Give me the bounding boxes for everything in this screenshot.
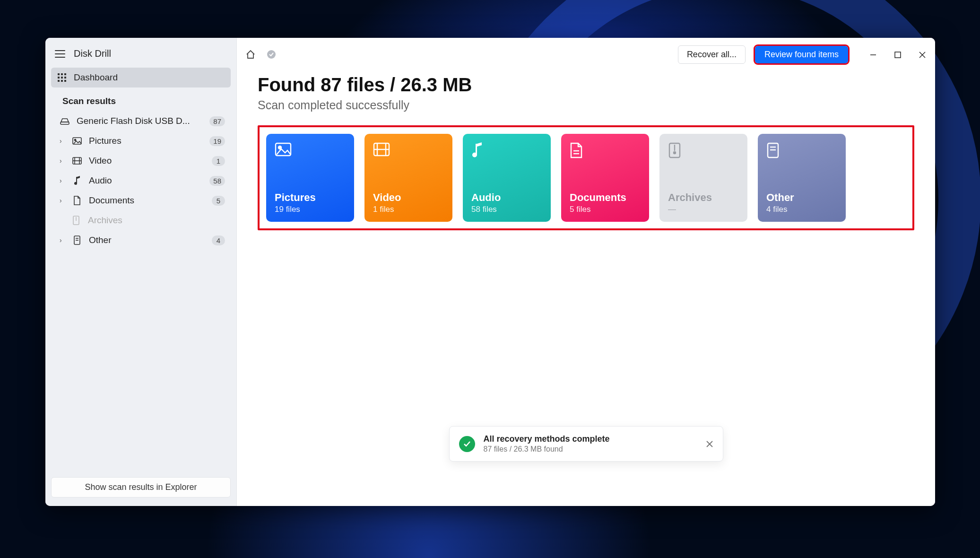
card-documents[interactable]: Documents 5 files [561, 134, 649, 222]
sidebar-item-video[interactable]: › Video 1 [51, 151, 231, 171]
toast-title: All recovery methods complete [484, 434, 610, 444]
chevron-right-icon: › [60, 157, 65, 165]
sidebar-header: Disk Drill [45, 38, 236, 68]
chevron-right-icon: › [60, 177, 65, 184]
card-subtitle: 1 files [373, 205, 444, 214]
archive-icon [668, 142, 685, 159]
document-icon [72, 196, 82, 205]
count-badge: 19 [209, 136, 225, 146]
card-other[interactable]: Other 4 files [758, 134, 846, 222]
svg-rect-0 [58, 73, 60, 75]
file-icon [766, 142, 783, 159]
count-badge: 4 [212, 235, 225, 245]
svg-rect-6 [58, 80, 60, 82]
chevron-right-icon: › [60, 197, 65, 204]
app-title: Disk Drill [74, 48, 111, 59]
sidebar-item-label: Documents [89, 195, 205, 206]
card-pictures[interactable]: Pictures 19 files [266, 134, 354, 222]
file-icon [72, 235, 82, 245]
drive-icon [60, 117, 70, 125]
film-icon [72, 157, 82, 165]
svg-rect-5 [64, 77, 66, 78]
sidebar-item-label: Pictures [89, 136, 203, 146]
page-subtitle: Scan completed successfully [258, 98, 914, 112]
sidebar-item-archives: Archives [51, 210, 231, 230]
card-title: Audio [471, 192, 542, 204]
svg-point-11 [74, 139, 76, 140]
recover-all-button[interactable]: Recover all... [678, 45, 746, 64]
sidebar-item-label: Other [89, 235, 205, 245]
svg-point-21 [267, 50, 276, 59]
card-subtitle: 4 files [766, 205, 837, 214]
card-video[interactable]: Video 1 files [364, 134, 452, 222]
count-badge: 5 [212, 196, 225, 206]
svg-rect-3 [58, 77, 60, 78]
film-icon [373, 142, 390, 159]
card-title: Documents [570, 192, 641, 204]
home-icon[interactable] [245, 49, 257, 61]
card-subtitle: 58 files [471, 205, 542, 214]
review-found-items-button[interactable]: Review found items [755, 46, 848, 63]
svg-rect-7 [61, 80, 63, 82]
chevron-right-icon: › [60, 236, 65, 244]
card-subtitle: 19 files [275, 205, 346, 214]
hamburger-icon[interactable] [55, 50, 65, 58]
svg-rect-9 [61, 122, 69, 124]
sidebar-item-label: Dashboard [74, 72, 225, 83]
show-in-explorer-button[interactable]: Show scan results in Explorer [51, 477, 231, 497]
sidebar-nav: Dashboard Scan results Generic Flash Dis… [45, 68, 236, 250]
app-window: Disk Drill Dashboard Scan results Generi… [45, 38, 935, 506]
count-badge: 87 [209, 116, 225, 126]
sidebar-item-dashboard[interactable]: Dashboard [51, 68, 231, 87]
sidebar-item-label: Generic Flash Disk USB D... [77, 116, 203, 126]
image-icon [72, 137, 82, 145]
card-title: Other [766, 192, 837, 204]
close-icon[interactable] [706, 440, 713, 448]
count-badge: 58 [209, 176, 225, 186]
toolbar: Recover all... Review found items [237, 38, 935, 69]
toast-subtitle: 87 files / 26.3 MB found [484, 445, 610, 453]
main-panel: Recover all... Review found items Found … [237, 38, 935, 506]
page-title: Found 87 files / 26.3 MB [258, 74, 914, 96]
sidebar-item-audio[interactable]: › Audio 58 [51, 171, 231, 191]
sidebar-item-pictures[interactable]: › Pictures 19 [51, 131, 231, 151]
document-icon [570, 142, 587, 159]
sidebar-item-label: Archives [88, 215, 225, 226]
music-note-icon [72, 176, 82, 185]
sidebar-item-label: Video [89, 156, 205, 166]
sidebar-item-documents[interactable]: › Documents 5 [51, 191, 231, 210]
sidebar-section-title: Scan results [51, 87, 231, 111]
card-title: Video [373, 192, 444, 204]
grid-icon [57, 73, 67, 82]
check-circle-icon [459, 436, 475, 452]
maximize-icon[interactable] [893, 51, 902, 59]
svg-rect-23 [895, 52, 901, 58]
card-audio[interactable]: Audio 58 files [463, 134, 551, 222]
card-subtitle: 5 files [570, 205, 641, 214]
sidebar-item-other[interactable]: › Other 4 [51, 230, 231, 250]
image-icon [275, 142, 292, 159]
svg-rect-2 [64, 73, 66, 75]
toast-message: All recovery methods complete 87 files /… [484, 434, 610, 453]
chevron-right-icon: › [60, 137, 65, 145]
card-subtitle: — [668, 205, 739, 214]
sidebar-footer: Show scan results in Explorer [45, 471, 236, 506]
check-badge-icon[interactable] [266, 49, 278, 61]
archive-icon [71, 216, 81, 225]
completion-toast: All recovery methods complete 87 files /… [449, 426, 723, 462]
card-archives: Archives — [659, 134, 747, 222]
content: Found 87 files / 26.3 MB Scan completed … [237, 69, 935, 236]
music-note-icon [471, 142, 488, 159]
sidebar-item-label: Audio [89, 175, 203, 186]
window-controls [869, 51, 927, 59]
sidebar: Disk Drill Dashboard Scan results Generi… [45, 38, 237, 506]
close-icon[interactable] [918, 51, 927, 59]
card-title: Archives [668, 192, 739, 204]
svg-point-36 [674, 152, 676, 154]
minimize-icon[interactable] [869, 51, 877, 59]
sidebar-item-device[interactable]: Generic Flash Disk USB D... 87 [51, 111, 231, 131]
svg-point-27 [278, 146, 281, 149]
svg-rect-4 [61, 77, 63, 78]
svg-rect-1 [61, 73, 63, 75]
count-badge: 1 [212, 156, 225, 166]
